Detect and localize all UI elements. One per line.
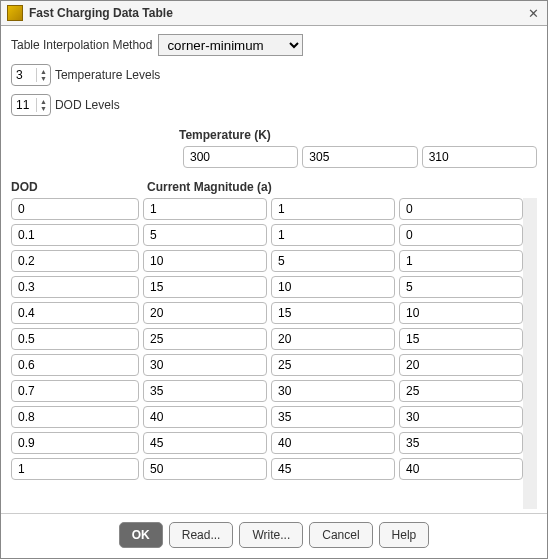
current-cell[interactable] — [143, 250, 267, 272]
table-area: ▲ ▼ — [11, 198, 537, 509]
interpolation-row: Table Interpolation Method corner-minimu… — [11, 34, 537, 56]
table-row — [11, 458, 523, 480]
content-area: Table Interpolation Method corner-minimu… — [1, 26, 547, 513]
chevron-down-icon[interactable]: ▼ — [40, 75, 47, 82]
current-cell[interactable] — [271, 198, 395, 220]
current-header: Current Magnitude (a) — [147, 180, 272, 194]
current-cell[interactable] — [399, 406, 523, 428]
current-cell[interactable] — [399, 432, 523, 454]
scroll-down-icon[interactable]: ▼ — [523, 500, 537, 509]
dod-cell[interactable] — [11, 198, 139, 220]
current-cell[interactable] — [271, 328, 395, 350]
current-cell[interactable] — [271, 380, 395, 402]
current-cell[interactable] — [143, 302, 267, 324]
current-cell[interactable] — [399, 380, 523, 402]
app-icon — [7, 5, 23, 21]
spinner-arrows[interactable]: ▲ ▼ — [36, 98, 50, 112]
titlebar: Fast Charging Data Table ✕ — [1, 1, 547, 26]
dod-header: DOD — [11, 180, 147, 194]
current-cell[interactable] — [399, 276, 523, 298]
table-row — [11, 250, 523, 272]
current-cell[interactable] — [399, 328, 523, 350]
current-cell[interactable] — [271, 250, 395, 272]
current-cell[interactable] — [271, 432, 395, 454]
current-cell[interactable] — [271, 302, 395, 324]
window-title: Fast Charging Data Table — [29, 6, 525, 20]
chevron-up-icon[interactable]: ▲ — [40, 68, 47, 75]
table-body — [11, 198, 523, 509]
scroll-up-icon[interactable]: ▲ — [523, 198, 537, 207]
current-cell[interactable] — [143, 354, 267, 376]
current-cell[interactable] — [271, 354, 395, 376]
temp-levels-input[interactable] — [12, 68, 36, 82]
chevron-down-icon[interactable]: ▼ — [40, 105, 47, 112]
temperature-cell[interactable] — [422, 146, 537, 168]
interpolation-label: Table Interpolation Method — [11, 38, 152, 52]
current-cell[interactable] — [271, 458, 395, 480]
temperature-header: Temperature (K) — [179, 128, 537, 142]
table-row — [11, 380, 523, 402]
temperature-cell[interactable] — [183, 146, 298, 168]
table-row — [11, 354, 523, 376]
current-cell[interactable] — [399, 224, 523, 246]
dod-cell[interactable] — [11, 328, 139, 350]
vertical-scrollbar[interactable]: ▲ ▼ — [523, 198, 537, 509]
read-button[interactable]: Read... — [169, 522, 234, 548]
dod-levels-input[interactable] — [12, 98, 36, 112]
dod-cell[interactable] — [11, 276, 139, 298]
column-headers: DOD Current Magnitude (a) — [11, 180, 537, 194]
temperature-cell[interactable] — [302, 146, 417, 168]
close-icon[interactable]: ✕ — [525, 5, 541, 21]
dod-levels-row: ▲ ▼ DOD Levels — [11, 94, 537, 116]
temp-levels-label: Temperature Levels — [55, 68, 160, 82]
help-button[interactable]: Help — [379, 522, 430, 548]
current-cell[interactable] — [271, 224, 395, 246]
write-button[interactable]: Write... — [239, 522, 303, 548]
dod-levels-spinner[interactable]: ▲ ▼ — [11, 94, 51, 116]
temp-levels-spinner[interactable]: ▲ ▼ — [11, 64, 51, 86]
temperature-row — [11, 146, 537, 168]
dod-cell[interactable] — [11, 406, 139, 428]
dod-cell[interactable] — [11, 458, 139, 480]
current-cell[interactable] — [143, 224, 267, 246]
current-cell[interactable] — [399, 302, 523, 324]
table-row — [11, 224, 523, 246]
table-row — [11, 302, 523, 324]
dod-cell[interactable] — [11, 354, 139, 376]
blank-cell — [11, 146, 179, 168]
current-cell[interactable] — [143, 198, 267, 220]
current-cell[interactable] — [143, 458, 267, 480]
current-cell[interactable] — [271, 276, 395, 298]
ok-button[interactable]: OK — [119, 522, 163, 548]
dod-cell[interactable] — [11, 250, 139, 272]
scrollbar-thumb[interactable] — [524, 200, 536, 449]
current-cell[interactable] — [399, 458, 523, 480]
interpolation-select[interactable]: corner-minimum — [158, 34, 303, 56]
table-row — [11, 432, 523, 454]
current-cell[interactable] — [143, 328, 267, 350]
spinner-arrows[interactable]: ▲ ▼ — [36, 68, 50, 82]
dod-cell[interactable] — [11, 380, 139, 402]
table-row — [11, 276, 523, 298]
dod-cell[interactable] — [11, 224, 139, 246]
table-row — [11, 406, 523, 428]
current-cell[interactable] — [143, 406, 267, 428]
dod-levels-label: DOD Levels — [55, 98, 120, 112]
current-cell[interactable] — [143, 276, 267, 298]
chevron-up-icon[interactable]: ▲ — [40, 98, 47, 105]
current-cell[interactable] — [399, 354, 523, 376]
temp-levels-row: ▲ ▼ Temperature Levels — [11, 64, 537, 86]
current-cell[interactable] — [399, 250, 523, 272]
dod-cell[interactable] — [11, 432, 139, 454]
table-row — [11, 328, 523, 350]
current-cell[interactable] — [271, 406, 395, 428]
table-row — [11, 198, 523, 220]
current-cell[interactable] — [143, 380, 267, 402]
dod-cell[interactable] — [11, 302, 139, 324]
cancel-button[interactable]: Cancel — [309, 522, 372, 548]
current-cell[interactable] — [399, 198, 523, 220]
footer: OK Read... Write... Cancel Help — [1, 513, 547, 558]
current-cell[interactable] — [143, 432, 267, 454]
